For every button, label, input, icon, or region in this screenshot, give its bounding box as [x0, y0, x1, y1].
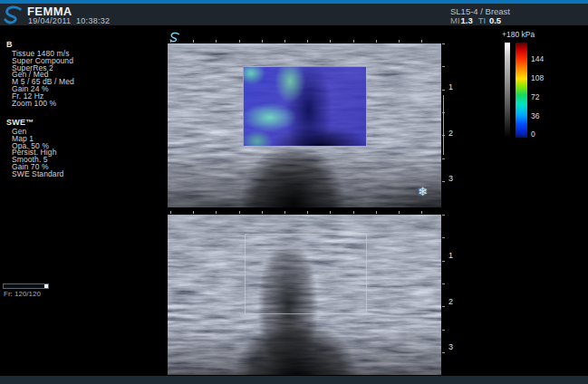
- b-mode-section-title: B: [6, 40, 13, 49]
- ti-label: TI: [478, 15, 486, 25]
- swe-roi-outline[interactable]: [245, 234, 367, 314]
- footer-bar: [0, 376, 588, 384]
- focal-zone-indicator: [443, 95, 444, 155]
- b-mode-settings: Tissue 1480 m/s Super Compound SuperRes …: [12, 51, 74, 107]
- swe-section-title: SWE™: [6, 118, 34, 127]
- elasticity-max-label: +180 kPa: [502, 30, 535, 39]
- depth-label: 3: [448, 342, 453, 351]
- elasticity-tick-label: 36: [531, 111, 539, 120]
- elasticity-color-bar: [516, 43, 527, 138]
- depth-ticks: [442, 215, 445, 355]
- horizontal-scale-ticks: [170, 40, 440, 43]
- depth-label: 3: [448, 174, 453, 183]
- depth-label: 1: [448, 251, 453, 260]
- swe-settings: Gen Map 1 Opa. 50 % Persist. High Smooth…: [12, 129, 63, 178]
- depth-ruler-top: 1 2 3: [442, 43, 457, 207]
- depth-label: 1: [448, 82, 453, 91]
- elasticity-colorbar: +180 kPa 144 108 72 36 0: [501, 30, 564, 143]
- grayscale-bar: [505, 43, 510, 138]
- header-bar: FEMMA 19/04/2011 10:38:32 SL15-4 / Breas…: [0, 4, 588, 25]
- elasticity-tick-label: 0: [531, 130, 535, 139]
- swe-duplex-image: ❄: [168, 43, 441, 207]
- supersonic-logo-icon: [3, 5, 24, 25]
- freeze-icon: ❄: [418, 185, 428, 198]
- mi-label: MI: [450, 15, 460, 25]
- ti-value: 0.5: [489, 15, 501, 25]
- orientation-marker-icon: [169, 32, 180, 43]
- elasticity-tick-label: 108: [531, 73, 544, 82]
- ultrasound-screen: FEMMA 19/04/2011 10:38:32 SL15-4 / Breas…: [0, 0, 588, 384]
- elasticity-tick-label: 72: [531, 92, 539, 101]
- exam-datetime: 19/04/2011 10:38:32: [28, 16, 110, 25]
- elasticity-tick-label: 144: [531, 54, 544, 63]
- swe-setting-mode: SWE Standard: [12, 171, 63, 178]
- mi-value: 1.3: [461, 15, 473, 25]
- swe-color-box[interactable]: [243, 66, 367, 147]
- depth-label: 2: [448, 129, 453, 138]
- depth-label: 2: [448, 297, 453, 306]
- b-setting-zoom: Zoom 100 %: [12, 101, 74, 108]
- cine-progress-bar[interactable]: [3, 283, 49, 289]
- frame-counter: Fr: 120/120: [4, 290, 41, 298]
- depth-ruler-bottom: 1 2 3: [442, 215, 457, 375]
- b-mode-image: [168, 215, 441, 375]
- cine-position-marker[interactable]: [44, 284, 48, 288]
- horizontal-scale-ticks: [170, 211, 440, 214]
- acoustic-output: MI1.3TI 0.5: [450, 15, 506, 25]
